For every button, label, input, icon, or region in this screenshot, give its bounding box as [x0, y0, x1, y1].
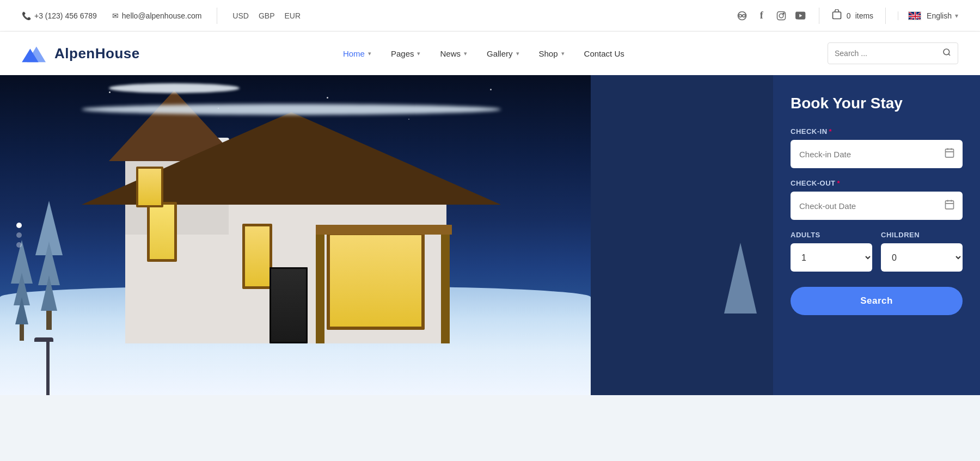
nav-label-gallery: Gallery	[487, 49, 513, 58]
cart-area[interactable]: 0 items	[831, 9, 873, 22]
slide-dot-2[interactable]	[16, 232, 22, 238]
top-bar-left: 📞 +3 (123) 456 6789 ✉ hello@alpenhouse.c…	[22, 8, 301, 24]
booking-panel: Book Your Stay CHECK-IN* CHECK-OUT* ADUL…	[773, 75, 980, 395]
star-5	[490, 89, 492, 90]
checkout-required: *	[837, 179, 841, 187]
top-bar-right: f 0 items English ▾	[736, 8, 958, 24]
children-col: CHILDREN 0 1 2 3 4	[881, 231, 963, 272]
divider-1	[217, 8, 217, 24]
children-select[interactable]: 0 1 2 3 4	[881, 243, 963, 272]
star-3	[327, 97, 328, 99]
nav-item-pages[interactable]: Pages ▾	[383, 45, 428, 63]
guests-row: ADULTS 1 2 3 4 5 CHILDREN 0 1 2 3 4	[791, 231, 963, 272]
language-chevron: ▾	[955, 12, 958, 20]
logo[interactable]: AlpenHouse	[22, 42, 140, 64]
phone-icon: 📞	[22, 11, 31, 20]
nav-label-pages: Pages	[391, 49, 414, 58]
slide-dot-1[interactable]	[16, 223, 22, 228]
nav-item-contact[interactable]: Contact Us	[577, 45, 632, 63]
nav-label-news: News	[440, 49, 461, 58]
youtube-icon[interactable]	[795, 10, 807, 22]
main-nav: Home ▾ Pages ▾ News ▾ Gallery ▾ Shop ▾ C…	[335, 45, 632, 63]
cart-label: items	[855, 11, 873, 20]
logo-icon	[22, 42, 48, 64]
flag-icon	[908, 11, 921, 20]
currency-switcher: USD GBP EUR	[232, 11, 301, 20]
checkout-input[interactable]	[791, 192, 963, 220]
mail-icon: ✉	[112, 11, 119, 20]
adults-col: ADULTS 1 2 3 4 5	[791, 231, 872, 272]
svg-point-2	[743, 14, 745, 17]
social-icons: f	[736, 10, 807, 22]
divider-2	[819, 8, 819, 24]
nav-item-news[interactable]: News ▾	[432, 45, 475, 63]
currency-gbp[interactable]: GBP	[259, 11, 275, 20]
checkin-required: *	[829, 127, 832, 136]
logo-text: AlpenHouse	[54, 45, 140, 62]
email-address: hello@alpenhouse.com	[122, 11, 202, 20]
nav-item-shop[interactable]: Shop ▾	[531, 45, 572, 63]
slide-dot-3[interactable]	[16, 242, 22, 248]
search-input[interactable]	[828, 49, 937, 58]
svg-point-1	[739, 14, 742, 17]
cart-icon	[831, 9, 842, 22]
phone-number: +3 (123) 456 6789	[34, 11, 97, 20]
header-search[interactable]	[828, 42, 958, 64]
svg-rect-15	[909, 16, 921, 17]
hero-section: Book Your Stay CHECK-IN* CHECK-OUT* ADUL…	[0, 75, 980, 395]
star-4	[408, 119, 409, 120]
chevron-gallery: ▾	[516, 50, 519, 57]
top-bar: 📞 +3 (123) 456 6789 ✉ hello@alpenhouse.c…	[0, 0, 980, 32]
checkin-label: CHECK-IN*	[791, 127, 963, 136]
currency-usd[interactable]: USD	[232, 11, 249, 20]
divider-3	[885, 8, 886, 24]
svg-point-5	[783, 13, 784, 14]
nav-label-home: Home	[343, 49, 365, 58]
nav-label-shop: Shop	[539, 49, 558, 58]
checkout-label: CHECK-OUT*	[791, 179, 963, 187]
cart-count: 0	[847, 11, 851, 20]
instagram-icon[interactable]	[775, 10, 787, 22]
search-submit-button[interactable]	[937, 48, 957, 59]
tree-left-2	[35, 201, 63, 330]
tree-left-1	[11, 240, 33, 341]
phone-contact[interactable]: 📞 +3 (123) 456 6789	[22, 11, 97, 20]
search-button[interactable]: Search	[791, 287, 963, 315]
checkin-wrap	[791, 140, 963, 168]
checkin-input[interactable]	[791, 140, 963, 168]
house-structure	[82, 180, 490, 343]
chevron-shop: ▾	[561, 50, 565, 57]
adults-select[interactable]: 1 2 3 4 5	[791, 243, 872, 272]
nav-label-contact: Contact Us	[584, 49, 624, 58]
svg-point-18	[944, 49, 950, 55]
nav-item-gallery[interactable]: Gallery ▾	[479, 45, 527, 63]
chevron-home: ▾	[368, 50, 371, 57]
checkout-wrap	[791, 192, 963, 220]
svg-line-19	[948, 54, 950, 56]
chevron-news: ▾	[464, 50, 467, 57]
chevron-pages: ▾	[417, 50, 420, 57]
street-lamp	[42, 337, 53, 342]
tree-right-1	[724, 243, 757, 314]
booking-title: Book Your Stay	[791, 95, 963, 112]
slide-indicators[interactable]	[16, 223, 22, 248]
svg-rect-6	[832, 12, 841, 19]
adults-label: ADULTS	[791, 231, 872, 239]
svg-point-4	[779, 14, 783, 18]
language-selector[interactable]: English ▾	[898, 11, 958, 20]
facebook-icon[interactable]: f	[756, 10, 768, 22]
currency-eur[interactable]: EUR	[285, 11, 301, 20]
tripadvisor-icon[interactable]	[736, 10, 748, 22]
language-label: English	[927, 11, 952, 20]
email-contact[interactable]: ✉ hello@alpenhouse.com	[112, 11, 202, 20]
children-label: CHILDREN	[881, 231, 963, 239]
nav-item-home[interactable]: Home ▾	[335, 45, 379, 63]
header: AlpenHouse Home ▾ Pages ▾ News ▾ Gallery…	[0, 32, 980, 75]
